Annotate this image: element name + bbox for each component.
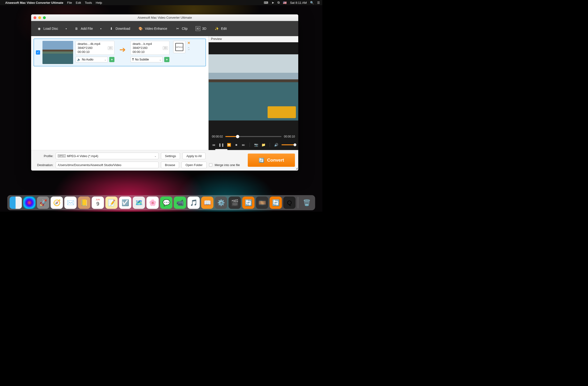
target-2d-badge: 2D	[163, 46, 168, 50]
apply-to-all-button[interactable]: Apply to All	[182, 153, 206, 159]
dock-siri-icon[interactable]	[23, 197, 36, 209]
load-disc-dropdown[interactable]	[63, 27, 69, 30]
dock-reminders-icon[interactable]: ☑️	[119, 197, 131, 209]
dock-photos-icon[interactable]: 🌸	[147, 197, 159, 209]
text-icon: T	[132, 58, 134, 61]
window-minimize-icon[interactable]	[38, 16, 41, 19]
snapshot-button[interactable]: 📷	[254, 142, 258, 147]
speaker-icon: 🔈	[77, 58, 81, 61]
subtitle-select[interactable]: T No Subtitle ⌄	[130, 57, 163, 62]
pause-button[interactable]: ❚❚	[219, 142, 224, 147]
dock-app-icon[interactable]: 🔄	[242, 197, 255, 209]
menu-file[interactable]: File	[67, 1, 72, 4]
dock-ibooks-icon[interactable]: 📖	[201, 197, 213, 209]
status-flag-icon[interactable]: 🇺🇸	[283, 1, 287, 4]
bottom-bar: Profile: MPEG MPEG-4 Video (*.mp4) ⌄ Set…	[31, 150, 298, 171]
menu-help[interactable]: Help	[96, 1, 102, 4]
chevron-down-icon: ⌄	[154, 155, 156, 158]
dock-app-icon[interactable]: 🎬	[229, 197, 241, 209]
target-duration: 00:00:10	[133, 50, 167, 54]
fast-forward-button[interactable]: ⏩	[227, 142, 231, 147]
settings-button[interactable]: Settings	[161, 153, 180, 159]
preview-video-area[interactable]	[209, 42, 298, 133]
load-disc-button[interactable]: ◉ Load Disc	[34, 24, 61, 33]
source-resolution: 3840*2160	[78, 46, 112, 50]
enhance-icon: 🎨	[138, 26, 143, 31]
resize-grip-icon[interactable]: ◢	[296, 167, 297, 170]
download-icon: ⬇	[109, 26, 114, 31]
file-thumbnail[interactable]	[42, 41, 73, 64]
dock-notes-icon[interactable]: 📝	[105, 197, 118, 209]
app-toolbar: ◉ Load Disc 🗎 Add File ⬇ Download 🎨 Vide…	[31, 21, 298, 36]
source-duration: 00:00:10	[78, 50, 112, 54]
volume-slider[interactable]	[281, 144, 295, 145]
dock-itunes-icon[interactable]: 🎵	[188, 197, 200, 209]
source-2d-badge: 2D	[108, 46, 113, 50]
three-d-button[interactable]: 3D 3D	[192, 24, 210, 33]
menubar-app-name[interactable]: Aiseesoft Mac Video Converter Ultimate	[5, 1, 63, 4]
window-titlebar[interactable]: Aiseesoft Mac Video Converter Ultimate	[31, 14, 298, 21]
preview-timeline: 00:00:02 00:00:10	[209, 133, 298, 140]
dock-syspref-icon[interactable]: ⚙️	[215, 197, 227, 209]
dock-contacts-icon[interactable]: 📒	[78, 197, 90, 209]
menu-tools[interactable]: Tools	[85, 1, 92, 4]
file-checkbox[interactable]: ✓	[36, 50, 40, 55]
add-subtitle-button[interactable]: +	[164, 57, 169, 62]
preview-label: Preview	[209, 36, 298, 42]
clip-label: Clip	[182, 27, 188, 30]
audio-value: No Audio	[82, 58, 93, 61]
dock-messages-icon[interactable]: 💬	[160, 197, 172, 209]
prev-button[interactable]: ⏮	[212, 142, 216, 147]
status-arrow-icon[interactable]: ➤	[272, 1, 274, 4]
download-button[interactable]: ⬇ Download	[106, 24, 134, 33]
audio-select[interactable]: 🔈 No Audio ⌄	[76, 57, 108, 62]
add-file-dropdown[interactable]	[98, 27, 104, 30]
reorder-buttons[interactable]: ᨈᨆ	[188, 46, 190, 50]
window-title: Aiseesoft Mac Video Converter Ultimate	[138, 16, 192, 19]
file-item[interactable]: ✓ dearbo…4k.mp4 3840*2160 00:00:10 2D 🔈	[34, 39, 206, 66]
spotlight-icon[interactable]: 🔍	[310, 1, 314, 4]
remove-file-button[interactable]: ✕	[187, 41, 190, 45]
status-display-icon[interactable]: ⌨︎	[264, 1, 268, 4]
dock-facetime-icon[interactable]: 📹	[174, 197, 186, 209]
next-button[interactable]: ⏭	[242, 142, 245, 147]
dock-calendar-icon[interactable]: JUN9	[92, 197, 104, 209]
add-audio-button[interactable]: +	[109, 57, 114, 62]
dock-launchpad-icon[interactable]: 🚀	[37, 197, 49, 209]
open-folder-button[interactable]: Open Folder	[181, 161, 207, 168]
window-close-icon[interactable]	[34, 16, 36, 19]
dock-mail-icon[interactable]: ✉️	[64, 197, 77, 209]
edit-label: Edit	[221, 27, 227, 30]
output-format-button[interactable]: MPEG4	[173, 41, 186, 53]
add-file-button[interactable]: 🗎 Add File	[71, 24, 96, 33]
preview-frame	[209, 54, 298, 120]
video-enhance-button[interactable]: 🎨 Video Enhance	[135, 24, 171, 33]
dock-quicktime-icon[interactable]: Q	[283, 197, 296, 209]
clip-button[interactable]: ✂ Clip	[172, 24, 191, 33]
arrow-right-icon: ➔	[119, 45, 126, 54]
convert-label: Convert	[267, 158, 284, 163]
status-airplay-icon[interactable]: ⧉	[277, 1, 280, 4]
menubar-clock[interactable]: Sat 8:11 AM	[290, 1, 307, 4]
menu-edit[interactable]: Edit	[76, 1, 81, 4]
convert-button[interactable]: 🔄 Convert	[248, 154, 295, 167]
menubar-list-icon[interactable]: ☰	[317, 1, 320, 4]
dock-safari-icon[interactable]: 🧭	[51, 197, 63, 209]
seek-slider[interactable]	[225, 136, 282, 137]
profile-select[interactable]: MPEG MPEG-4 Video (*.mp4) ⌄	[56, 153, 159, 159]
edit-button[interactable]: ✨ Edit	[211, 24, 230, 33]
stop-button[interactable]: ■	[234, 142, 238, 147]
target-info-box: dearb…k.mp4 3840*2160 00:00:10 2D	[130, 41, 169, 55]
window-zoom-icon[interactable]	[43, 16, 46, 19]
snapshot-folder-button[interactable]: 📁	[261, 142, 265, 147]
merge-checkbox[interactable]	[209, 163, 212, 167]
destination-input[interactable]: /Users/dmx/Documents/Aiseesoft Studio/Vi…	[56, 161, 159, 168]
browse-button[interactable]: Browse	[161, 161, 179, 168]
dock-trash-icon[interactable]: 🗑️	[301, 197, 313, 209]
enhance-label: Video Enhance	[145, 27, 167, 30]
dock-finder-icon[interactable]	[10, 197, 22, 209]
dock-maps-icon[interactable]: 🗺️	[133, 197, 145, 209]
dock-app-icon[interactable]: 🎞️	[256, 197, 268, 209]
volume-icon[interactable]: 🔊	[274, 142, 278, 147]
dock-app-icon[interactable]: 🔄	[270, 197, 282, 209]
